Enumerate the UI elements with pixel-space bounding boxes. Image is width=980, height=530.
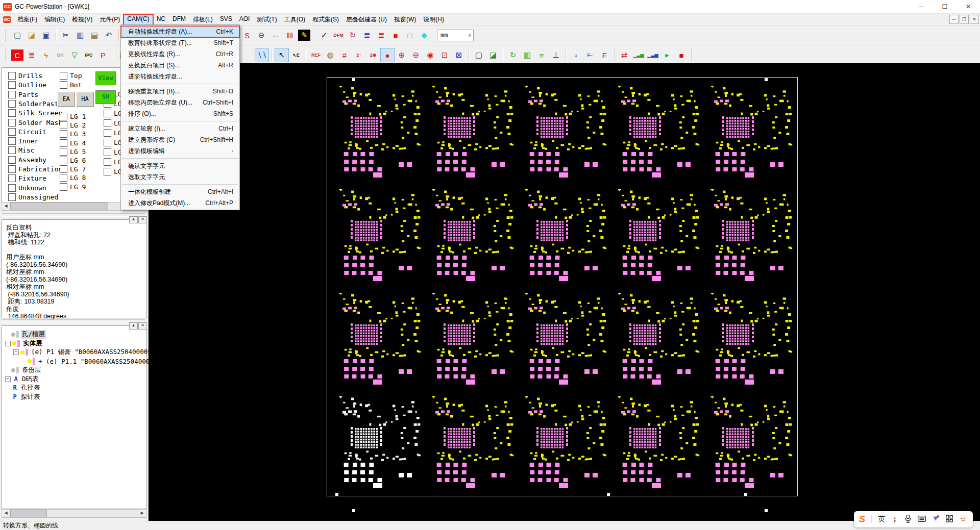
tree-item[interactable]: 孔/槽层 xyxy=(5,330,46,339)
checkbox[interactable] xyxy=(8,81,16,89)
pad-combo-icon[interactable]: ◉ xyxy=(423,48,437,62)
apply-icon[interactable]: ▸ xyxy=(660,48,674,62)
tree-panel-hscroll[interactable]: ◀ ▶ xyxy=(2,509,146,518)
splitter[interactable] xyxy=(2,213,145,217)
pcb-cell-r2c4[interactable] xyxy=(616,189,703,288)
checkbox[interactable] xyxy=(60,72,67,80)
pcb-cell-r3c4[interactable] xyxy=(616,293,703,391)
apps-grid-icon[interactable] xyxy=(946,515,953,524)
checkbox[interactable] xyxy=(8,100,16,108)
selection-handle[interactable] xyxy=(607,493,610,496)
tree-item[interactable]: −(e) P1 锡膏 "B0060AXASS250400005 xyxy=(13,348,153,357)
keyboard-icon[interactable] xyxy=(918,515,926,524)
checkbox[interactable] xyxy=(60,157,67,164)
splitter[interactable] xyxy=(2,319,145,323)
copy-icon[interactable]: ▥ xyxy=(73,28,87,42)
checkbox[interactable] xyxy=(8,174,16,182)
menubar-item-cam[interactable]: CAM(C) xyxy=(124,14,153,25)
pcb-cell-r4c1[interactable] xyxy=(337,396,424,495)
units-dropdown[interactable]: mm∨ xyxy=(437,30,474,41)
pad-ellipse-icon[interactable]: ● xyxy=(380,48,395,62)
checkbox[interactable] xyxy=(60,139,67,147)
cut-icon[interactable]: ✂ xyxy=(59,28,73,42)
tree-item[interactable]: 备份层 xyxy=(5,366,42,374)
pcb-cell-r3c3[interactable] xyxy=(523,293,610,391)
open-folder-icon[interactable]: ◪ xyxy=(24,28,39,42)
checkbox[interactable] xyxy=(8,128,16,136)
panel-close-icon[interactable]: ✕ xyxy=(138,216,147,223)
page-icon[interactable]: ▢ xyxy=(472,48,486,62)
mdi-close-button[interactable]: ✕ xyxy=(970,15,979,24)
checkbox[interactable] xyxy=(60,130,67,138)
menubar-item-13[interactable]: 层叠创建器 (U) xyxy=(342,14,390,25)
menubar-item-2[interactable]: 检视(V) xyxy=(68,14,96,25)
checkbox[interactable] xyxy=(104,158,111,166)
pcb-cell-r2c5[interactable] xyxy=(709,189,796,288)
pad-open-icon[interactable]: ⊖ xyxy=(409,48,423,62)
sm-button[interactable]: SM xyxy=(95,90,116,104)
redo-c-icon[interactable]: ↻ xyxy=(346,28,360,42)
rotate-circle-icon[interactable]: ↻ xyxy=(506,48,520,62)
bn-select-icon[interactable]: BN xyxy=(53,48,67,62)
cam-menu-item[interactable]: 进阶转换线性焊盘... xyxy=(121,71,239,82)
pcb-cell-r4c5[interactable] xyxy=(709,396,796,495)
emoji-icon[interactable] xyxy=(959,515,968,524)
checkbox[interactable] xyxy=(8,137,16,145)
mic-icon[interactable] xyxy=(904,515,912,524)
ipc-icon[interactable]: IPC xyxy=(82,48,96,62)
close-button[interactable]: ✕ xyxy=(957,0,980,13)
scroll-right-icon[interactable]: ▶ xyxy=(138,510,146,516)
selection-handle[interactable] xyxy=(352,509,355,512)
pcb-cell-r2c2[interactable] xyxy=(430,189,517,288)
checkbox[interactable] xyxy=(60,174,67,182)
filled-square-icon[interactable]: ■ xyxy=(388,28,403,42)
dashed-select-icon[interactable]: ▫ xyxy=(569,48,583,62)
pcb-cell-r2c1[interactable] xyxy=(337,189,424,288)
step-2-icon[interactable]: 2↑ xyxy=(352,48,366,62)
menubar-item-0[interactable]: 档案(F) xyxy=(14,14,41,25)
last-red-icon[interactable]: ■ xyxy=(674,48,689,62)
chart-up-icon[interactable]: ▁▃▅ xyxy=(646,48,660,62)
paste-icon[interactable]: ▤ xyxy=(87,28,102,42)
cam-menu-item[interactable]: 确认文字字元 xyxy=(121,160,239,171)
columns-icon[interactable]: ▥ xyxy=(520,48,534,62)
checkbox[interactable] xyxy=(8,109,16,117)
pcb-cell-r4c4[interactable] xyxy=(616,396,703,495)
collapse-icon[interactable]: − xyxy=(13,349,19,355)
menubar-item-6[interactable]: DFM xyxy=(169,14,189,25)
cam-menu-item[interactable]: 进阶模板编辑› xyxy=(121,145,239,157)
swap-icon[interactable]: ⇄ xyxy=(617,48,631,62)
ref-grid-icon[interactable]: REF xyxy=(309,48,323,62)
cam-menu-item[interactable]: 教育特殊形状焊盘 (T)...Shift+T xyxy=(121,37,239,48)
spool-red-icon[interactable]: ≣ xyxy=(374,28,388,42)
menubar-item-8[interactable]: SVS xyxy=(216,14,236,25)
pcb-cell-r1c3[interactable] xyxy=(523,86,610,184)
cam-menu-item[interactable]: 更换反白项目 (S)...Alt+R xyxy=(121,60,239,71)
pad-cross-icon[interactable]: ⊠ xyxy=(452,48,466,62)
cam-menu-item[interactable]: 自动转换线性焊盘 (A)...Ctrl+K xyxy=(121,26,239,37)
droplet-icon[interactable]: ◆ xyxy=(417,28,431,42)
cam-menu-item[interactable]: 移除重复项目 (B)...Shift+O xyxy=(121,86,239,97)
checkbox[interactable] xyxy=(8,184,16,192)
pad-box-icon[interactable]: ⊡ xyxy=(437,48,452,62)
flash-icon[interactable]: ϟ xyxy=(39,48,53,62)
scroll-left-icon[interactable]: ◀ xyxy=(2,203,10,209)
checkbox[interactable] xyxy=(8,156,16,164)
pcb-cell-r3c2[interactable] xyxy=(430,293,517,391)
checkbox[interactable] xyxy=(60,165,67,173)
draw-pencil-icon[interactable]: ✎ xyxy=(298,30,310,41)
checkbox[interactable] xyxy=(104,119,111,127)
pcb-cell-r3c1[interactable] xyxy=(337,293,424,391)
ha-button[interactable]: HA xyxy=(76,92,94,107)
cam-menu-item[interactable]: 移除内层独立焊盘 (U)...Ctrl+Shift+I xyxy=(121,97,239,108)
expand-icon[interactable]: + xyxy=(5,376,11,382)
checkbox[interactable] xyxy=(104,129,111,137)
checkbox[interactable] xyxy=(8,193,16,201)
sequence-icon[interactable]: S xyxy=(240,28,254,42)
checkbox[interactable] xyxy=(60,81,67,89)
pcb-cell-r1c5[interactable] xyxy=(709,86,796,184)
tree-item[interactable]: +AD码表 xyxy=(5,375,40,384)
pcb-cell-r4c3[interactable] xyxy=(523,396,610,495)
cam-menu-item[interactable]: 建立轮廓 (I)...Ctrl+I xyxy=(121,123,239,134)
pcb-canvas[interactable] xyxy=(148,63,980,521)
